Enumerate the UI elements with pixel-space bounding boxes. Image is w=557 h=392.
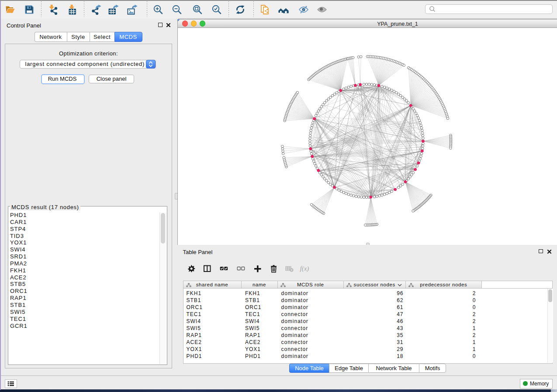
svg-text:f(x): f(x) <box>300 265 309 272</box>
